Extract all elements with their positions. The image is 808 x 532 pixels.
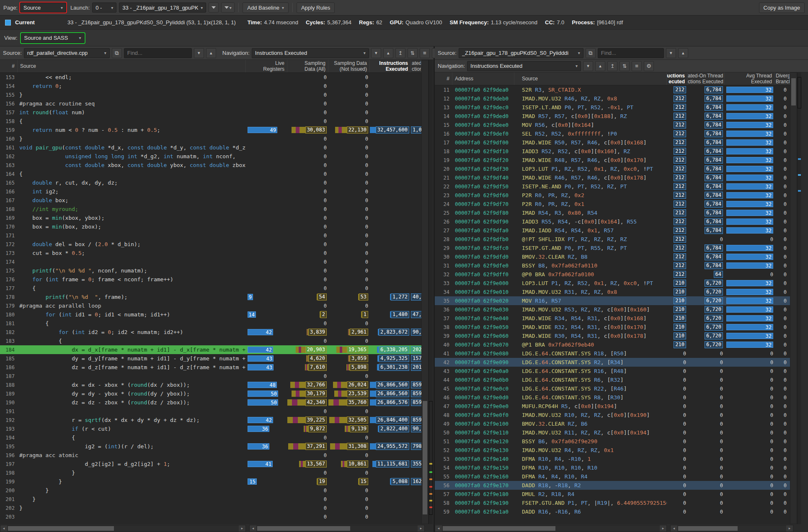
sass-line-row[interactable]: 4900007fa0 62f9e100BMOV.32.CLEAR RZ, B60… bbox=[435, 419, 790, 428]
find-input[interactable] bbox=[598, 48, 664, 58]
source-line-row[interactable]: 162 unsigned long long int *d_g2, int nu… bbox=[0, 152, 421, 161]
sass-line-row[interactable]: 4600007fa0 62f9e0d0LDG.E.64.CONSTANT.SYS… bbox=[435, 393, 790, 402]
navigation-metric-select[interactable]: Instructions Executed bbox=[467, 61, 581, 71]
scrollbar-thumb[interactable] bbox=[791, 78, 796, 105]
col-line-number[interactable]: # bbox=[0, 60, 18, 72]
swap-panes-button[interactable] bbox=[408, 48, 418, 58]
sass-line-row[interactable]: 5500007fa0 62f9e160DFMA R4, R4, R10, R40… bbox=[435, 472, 790, 481]
scroll-left-button[interactable] bbox=[250, 525, 256, 532]
source-line-row[interactable]: 155}00 bbox=[0, 90, 421, 99]
horizontal-scrollbar[interactable] bbox=[435, 525, 667, 532]
goto-top-button[interactable] bbox=[395, 48, 405, 58]
sass-line-row[interactable]: 1100007fa0 62f9dea0S2R R3, SR_CTAID.X212… bbox=[435, 85, 790, 94]
sass-line-row[interactable]: 5100007fa0 62f9e120BSSY B6, 0x7fa062f9e2… bbox=[435, 437, 790, 446]
sass-line-row[interactable]: 5200007fa0 62f9e130IMAD.MOV.U32 R4, RZ, … bbox=[435, 446, 790, 455]
source-line-row[interactable]: 188 dx = dx - xbox * (round(dx / xbox));… bbox=[0, 380, 421, 389]
filter-menu-button[interactable] bbox=[221, 3, 235, 13]
source-line-row[interactable]: 193 if (r < cut)369,8729,1392,822,40090,… bbox=[0, 424, 421, 433]
sass-line-row[interactable]: 3800007fa0 62f9e050IMAD.WIDE R32, R54, R… bbox=[435, 323, 790, 332]
prev-hotspot-button[interactable] bbox=[383, 48, 393, 58]
sass-line-row[interactable]: 3700007fa0 62f9e040IMAD.WIDE R34, R54, R… bbox=[435, 314, 790, 323]
source-line-row[interactable]: 158{00 bbox=[0, 117, 421, 126]
source-line-row[interactable]: 165 double r, cut, dx, dy, dz;00 bbox=[0, 178, 421, 187]
source-line-row[interactable]: 179#pragma acc parallel loop00 bbox=[0, 301, 421, 310]
col-line-number[interactable]: # bbox=[435, 72, 452, 85]
sass-line-row[interactable]: 4200007fa0 62f9e090LDG.E.64.CONSTANT.SYS… bbox=[435, 358, 790, 367]
sass-line-row[interactable]: 3300007fa0 62f9e000LOP3.LUT P1, RZ, R52,… bbox=[435, 279, 790, 288]
heatmap-strip[interactable] bbox=[429, 60, 433, 524]
source-line-row[interactable]: 190 dz = dz - zbox * (round(dz / zbox));… bbox=[0, 398, 421, 407]
sass-line-row[interactable]: 1600007fa0 62f9def0SEL R52, R52, 0xfffff… bbox=[435, 129, 790, 138]
launch-index-select[interactable]: 0 - bbox=[92, 3, 116, 13]
source-line-row[interactable]: 192 r = sqrtf(dx * dx + dy * dy + dz * d… bbox=[0, 416, 421, 424]
source-line-row[interactable]: 178 printf("\n %d ", frame);954531,27240… bbox=[0, 293, 421, 301]
view-select[interactable]: Source and SASS bbox=[21, 33, 85, 43]
find-next-button[interactable] bbox=[666, 48, 676, 58]
find-prev-button[interactable] bbox=[206, 48, 216, 58]
source-line-row[interactable]: 200 }00 bbox=[0, 486, 421, 495]
sass-line-row[interactable]: 1300007fa0 62f9dec0ISETP.LT.AND P0, PT, … bbox=[435, 103, 790, 112]
col-sampling-not-issued[interactable]: Sampling Data(Not Issued) bbox=[328, 60, 370, 72]
sass-line-row[interactable]: 2800007fa0 62f9dfb0@!PT SHFL.IDX PT, RZ,… bbox=[435, 235, 790, 244]
source-line-row[interactable]: 169 box = min(xbox, ybox);00 bbox=[0, 213, 421, 222]
source-line-row[interactable]: 170 box = min(box, zbox);00 bbox=[0, 222, 421, 231]
scrollbar-track[interactable] bbox=[8, 525, 238, 532]
sass-line-row[interactable]: 1500007fa0 62f9dee0MOV R56, c[0x0][0x164… bbox=[435, 121, 790, 129]
source-line-row[interactable]: 167 double box;00 bbox=[0, 196, 421, 205]
col-predicated-on-thread[interactable]: ated-On Threadctions Executed bbox=[688, 72, 725, 85]
page-select[interactable]: Source bbox=[20, 3, 66, 13]
sass-line-row[interactable]: 3900007fa0 62f9e060IMAD.WIDE R30, R54, R… bbox=[435, 332, 790, 340]
source-line-row[interactable]: 175 printf("\n %d %d ", nconf, numatm);0… bbox=[0, 266, 421, 275]
source-line-row[interactable]: 164{00 bbox=[0, 170, 421, 178]
sass-line-row[interactable]: 3000007fa0 62f9dfd0BMOV.32.CLEAR RZ, B82… bbox=[435, 252, 790, 261]
sass-line-row[interactable]: 3500007fa0 62f9e020MOV R16, R572106,7203… bbox=[435, 296, 790, 305]
next-hotspot-button[interactable] bbox=[371, 48, 381, 58]
scroll-left-button[interactable] bbox=[0, 525, 7, 532]
sass-line-row[interactable]: 2600007fa0 62f9df90IADD3 R55, R54, -c[0x… bbox=[435, 217, 790, 226]
horizontal-scrollbar[interactable] bbox=[249, 525, 425, 532]
source-line-row[interactable]: 184 dx = d_x[frame * numatm + id1] - d_x… bbox=[0, 345, 421, 354]
source-line-row[interactable]: 201 }00 bbox=[0, 495, 421, 504]
heatmap-strip[interactable] bbox=[797, 72, 801, 524]
scrollbar-thumb[interactable] bbox=[443, 526, 555, 531]
sass-line-row[interactable]: 5000007fa0 62f9e110IMAD.MOV.U32 R11, RZ,… bbox=[435, 428, 790, 437]
sass-line-row[interactable]: 5800007fa0 62f9e190FSETP.GTU.AND P1, PT,… bbox=[435, 499, 790, 507]
sass-line-row[interactable]: 4800007fa0 62f9e0f0IMAD.MOV.U32 R10, RZ,… bbox=[435, 411, 790, 419]
scroll-right-button[interactable] bbox=[418, 525, 424, 532]
scrollbar-track[interactable] bbox=[678, 525, 786, 532]
apply-rules-button[interactable]: Apply Rules bbox=[297, 3, 335, 13]
source-line-row[interactable]: 17400 bbox=[0, 257, 421, 266]
col-sampling-all[interactable]: SamplingData (All) bbox=[287, 60, 328, 72]
sass-line-row[interactable]: 2700007fa0 62f9dfa0IMAD.IADD R54, R54, 0… bbox=[435, 226, 790, 235]
sass-line-row[interactable]: 2900007fa0 62f9dfc0ISETP.GT.AND P0, PT, … bbox=[435, 244, 790, 252]
source-line-row[interactable]: 173 cut = box * 0.5;00 bbox=[0, 249, 421, 257]
find-prev-button[interactable] bbox=[678, 48, 688, 58]
source-line-row[interactable]: 172 double del = box / (2.0 * d_bin);00 bbox=[0, 240, 421, 249]
source-line-row[interactable]: 157int round(float num)00 bbox=[0, 108, 421, 117]
scroll-right-button[interactable] bbox=[660, 525, 666, 532]
sass-line-row[interactable]: 5300007fa0 62f9e140DFMA R10, R4, -R10, 1… bbox=[435, 455, 790, 463]
sass-line-row[interactable]: 4100007fa0 62f9e080LDG.E.64.CONSTANT.SYS… bbox=[435, 349, 790, 358]
col-divergent-branches[interactable]: DivergentBranches bbox=[775, 72, 790, 85]
source-line-row[interactable]: 163 const double xbox, const double ybox… bbox=[0, 161, 421, 170]
options-button[interactable] bbox=[644, 61, 654, 71]
source-line-row[interactable]: 19100 bbox=[0, 407, 421, 416]
column-menu-button[interactable] bbox=[632, 61, 642, 71]
sass-line-row[interactable]: 3600007fa0 62f9e030IMAD.MOV.U32 R53, RZ,… bbox=[435, 305, 790, 314]
launch-kernel-select[interactable]: 33 - _Z16pair_gpu_178_gpuPKdS0_S0_Pyiidd… bbox=[119, 3, 206, 13]
col-source[interactable]: Source bbox=[514, 72, 667, 85]
source-line-row[interactable]: 18700 bbox=[0, 372, 421, 380]
col-avg-thread-executed[interactable]: Avg ThreadExecuted bbox=[725, 72, 775, 85]
sass-line-row[interactable]: 2100007fa0 62f9df40IMAD.WIDE R46, R57, R… bbox=[435, 173, 790, 182]
sass-line-row[interactable]: 2500007fa0 62f9df80IMAD R54, R3, 0x80, R… bbox=[435, 208, 790, 217]
sass-line-row[interactable]: 5900007fa0 62f9e1a0DADD R16, -R16, R6000… bbox=[435, 507, 790, 516]
source-line-row[interactable]: 195 ig2 = (int)(r / del);3637,29131,3082… bbox=[0, 442, 421, 451]
swap-panes-button[interactable] bbox=[620, 61, 630, 71]
source-line-row[interactable]: 202}00 bbox=[0, 504, 421, 512]
source-line-row[interactable]: 194 {00 bbox=[0, 433, 421, 442]
sass-line-row[interactable]: 4500007fa0 62f9e0c0LDG.E.64.CONSTANT.SYS… bbox=[435, 384, 790, 393]
scrollbar-thumb[interactable] bbox=[678, 526, 738, 531]
source-line-row[interactable]: 185 dy = d_y[frame * numatm + id1] - d_y… bbox=[0, 354, 421, 363]
source-line-row[interactable]: 180 for (int id1 = 0; id1 < numatm; id1+… bbox=[0, 310, 421, 319]
navigation-metric-select[interactable]: Instructions Executed bbox=[252, 48, 369, 58]
